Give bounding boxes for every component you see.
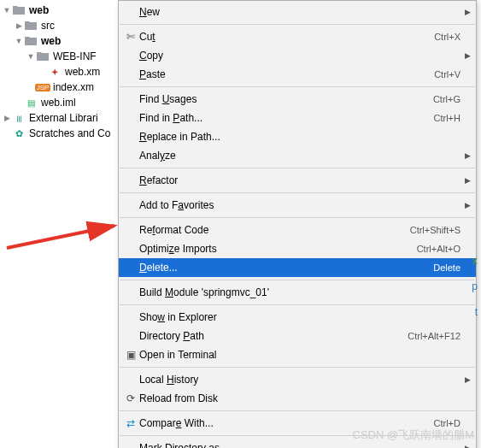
menu-separator bbox=[120, 304, 475, 305]
tree-label: web bbox=[41, 35, 61, 47]
libraries-icon: ⫼ bbox=[12, 111, 26, 125]
scratches-icon: ✿ bbox=[12, 127, 26, 140]
menu-directory-path[interactable]: Directory PathCtrl+Alt+F12 bbox=[119, 327, 476, 345]
compare-icon: ⇄ bbox=[122, 417, 139, 429]
menu-separator bbox=[120, 86, 475, 87]
annotation-arrow bbox=[5, 173, 125, 258]
menu-separator bbox=[120, 217, 475, 218]
tree-label: src bbox=[41, 20, 55, 32]
folder-icon bbox=[24, 19, 38, 32]
terminal-icon: ▣ bbox=[122, 349, 139, 361]
menu-find-in-path[interactable]: Find in Path...Ctrl+H bbox=[119, 109, 476, 127]
menu-separator bbox=[120, 280, 475, 280]
editor-char: t bbox=[475, 306, 478, 318]
editor-char: x bbox=[472, 255, 478, 267]
menu-copy[interactable]: Copy▶ bbox=[119, 46, 476, 65]
folder-icon bbox=[36, 50, 50, 63]
iml-file-icon: ▤ bbox=[24, 96, 38, 109]
tree-label: web bbox=[29, 4, 49, 16]
jsp-file-icon: JSP bbox=[36, 80, 50, 94]
menu-show-in-explorer[interactable]: Show in Explorer bbox=[119, 308, 476, 327]
menu-analyze[interactable]: Analyze▶ bbox=[119, 146, 476, 165]
menu-delete[interactable]: Delete...Delete bbox=[119, 258, 476, 277]
menu-separator bbox=[120, 24, 475, 25]
watermark: CSDN @飞跃南墙的腊M bbox=[353, 427, 474, 443]
menu-reload-from-disk[interactable]: ⟳Reload from Disk bbox=[119, 389, 476, 408]
tree-label: External Librari bbox=[29, 112, 98, 124]
menu-build-module[interactable]: Build Module 'springmvc_01' bbox=[119, 283, 476, 302]
menu-separator bbox=[120, 192, 475, 193]
menu-separator bbox=[120, 410, 475, 411]
tree-label: web.iml bbox=[41, 97, 76, 109]
reload-icon: ⟳ bbox=[122, 392, 139, 404]
svg-line-0 bbox=[7, 226, 114, 248]
tree-label: Scratches and Co bbox=[29, 127, 110, 139]
menu-reformat-code[interactable]: Reformat CodeCtrl+Shift+S bbox=[119, 221, 476, 239]
folder-icon bbox=[24, 34, 38, 48]
menu-optimize-imports[interactable]: Optimize ImportsCtrl+Alt+O bbox=[119, 239, 476, 258]
menu-local-history[interactable]: Local History▶ bbox=[119, 370, 476, 389]
tree-label: WEB-INF bbox=[53, 50, 97, 62]
menu-separator bbox=[120, 168, 475, 168]
menu-refactor[interactable]: Refactor▶ bbox=[119, 171, 476, 190]
menu-replace-in-path[interactable]: Replace in Path... bbox=[119, 127, 476, 146]
menu-new[interactable]: New▶ bbox=[119, 3, 476, 21]
context-menu: New▶ ✄CutCtrl+X Copy▶ PasteCtrl+V Find U… bbox=[118, 0, 477, 448]
menu-separator bbox=[120, 367, 475, 368]
menu-cut[interactable]: ✄CutCtrl+X bbox=[119, 27, 476, 46]
menu-find-usages[interactable]: Find UsagesCtrl+G bbox=[119, 90, 476, 109]
menu-open-in-terminal[interactable]: ▣Open in Terminal bbox=[119, 345, 476, 364]
xml-file-icon: ✦ bbox=[48, 65, 62, 79]
editor-char: p bbox=[472, 280, 478, 292]
menu-add-favorites[interactable]: Add to Favorites▶ bbox=[119, 196, 476, 215]
tree-label: web.xm bbox=[65, 66, 100, 78]
tree-label: index.xm bbox=[53, 81, 94, 93]
cut-icon: ✄ bbox=[122, 31, 139, 43]
folder-icon bbox=[12, 3, 26, 17]
menu-paste[interactable]: PasteCtrl+V bbox=[119, 65, 476, 84]
